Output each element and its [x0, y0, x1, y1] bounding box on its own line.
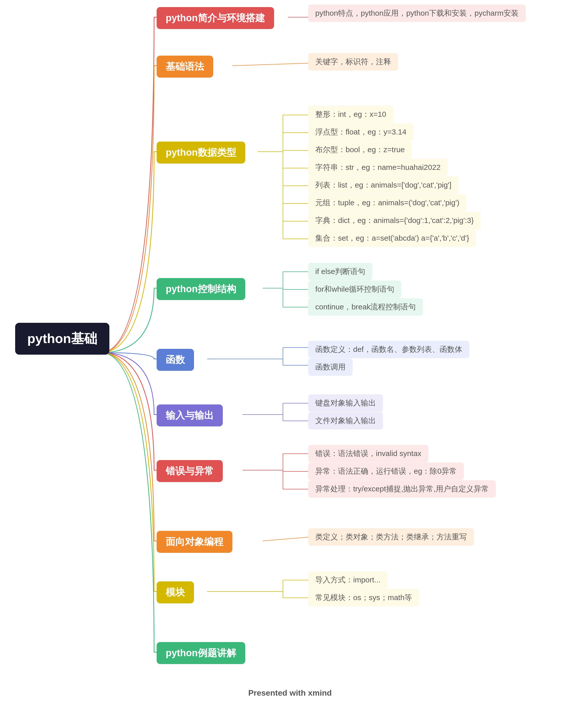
branch-datatypes: python数据类型 [157, 141, 245, 163]
branch-modules: 模块 [157, 581, 194, 603]
leaf-b4-3: continue，break流程控制语句 [308, 298, 423, 316]
footer-text: Presented with [248, 688, 308, 697]
leaf-b3-6: 元组：tuple，eg：animals=('dog','cat','pig') [308, 194, 466, 212]
branch-control: python控制结构 [157, 278, 245, 300]
leaf-b2-1: 关键字，标识符，注释 [308, 53, 398, 71]
footer: Presented with xmind [0, 688, 580, 698]
root-node: python基础 [15, 323, 109, 355]
leaf-b3-5: 列表：list，eg：animals=['dog','cat','pig'] [308, 177, 459, 194]
leaf-b9-2: 常见模块：os；sys；math等 [308, 589, 419, 606]
branch-examples: python例题讲解 [157, 642, 245, 664]
branch-functions: 函数 [157, 349, 194, 371]
leaf-b6-1: 键盘对象输入输出 [308, 394, 383, 412]
leaf-b4-1: if else判断语句 [308, 263, 372, 280]
leaf-b3-4: 字符串：str，eg：name=huahai2022 [308, 159, 448, 176]
branch-syntax: 基础语法 [157, 56, 213, 78]
leaf-b3-7: 字典：dict，eg：animals={'dog':1,'cat':2,'pig… [308, 212, 481, 229]
leaf-b7-3: 异常处理：try/except捕捉,抛出异常,用户自定义异常 [308, 480, 496, 498]
leaf-b1-1: python特点，python应用，python下载和安装，pycharm安装 [308, 4, 526, 22]
branch-errors: 错误与异常 [157, 460, 223, 482]
leaf-b3-2: 浮点型：float，eg：y=3.14 [308, 123, 414, 141]
leaf-b9-1: 导入方式：import... [308, 571, 387, 589]
branch-oop: 面向对象编程 [157, 531, 232, 553]
footer-brand: xmind [308, 688, 332, 697]
leaf-b5-2: 函数调用 [308, 359, 353, 376]
leaf-b4-2: for和while循环控制语句 [308, 281, 402, 298]
leaf-b7-2: 异常：语法正确，运行错误，eg：除0异常 [308, 463, 464, 480]
leaf-b3-1: 整形：int，eg：x=10 [308, 106, 393, 123]
mind-map: python基础 python简介与环境搭建 基础语法 python数据类型 p… [0, 0, 580, 708]
leaf-b7-1: 错误：语法错误，invalid syntax [308, 445, 429, 462]
branch-intro: python简介与环境搭建 [157, 7, 274, 29]
branch-io: 输入与输出 [157, 405, 223, 426]
leaf-b5-1: 函数定义：def，函数名、参数列表、函数体 [308, 341, 469, 358]
leaf-b6-2: 文件对象输入输出 [308, 412, 383, 430]
leaf-b8-1: 类定义；类对象；类方法；类继承；方法重写 [308, 528, 474, 546]
leaf-b3-8: 集合：set，eg：a=set('abcda') a={'a','b','c',… [308, 230, 476, 247]
svg-line-28 [263, 537, 308, 541]
leaf-b3-3: 布尔型：bool，eg：z=true [308, 141, 412, 158]
